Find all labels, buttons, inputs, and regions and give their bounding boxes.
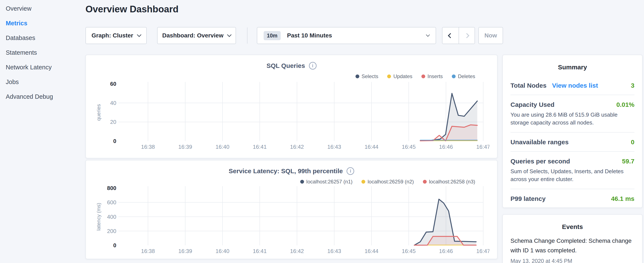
summary-row-total-nodes: Total Nodes View nodes list 3 [510,82,634,89]
legend-dot [387,75,391,78]
svg-text:queries: queries [96,104,102,121]
view-nodes-list-link[interactable]: View nodes list [552,82,598,89]
svg-text:16:44: 16:44 [365,248,378,254]
graph-selector-dropdown[interactable]: Graph: Cluster [86,27,147,44]
service-latency-chart-card: Service Latency: SQL, 99th percentile lo… [86,160,498,259]
svg-text:16:39: 16:39 [178,248,192,254]
p99-latency-value: 46.1 ms [611,195,634,202]
toolbar-divider [247,28,248,44]
chart-legend: SelectsUpdatesInsertsDeletes [356,73,476,79]
svg-text:latency (ms): latency (ms) [96,203,102,231]
svg-text:16:46: 16:46 [439,248,453,254]
events-title: Events [503,223,642,230]
time-range-dropdown[interactable]: 10m Past 10 Minutes [257,27,436,44]
event-message: Schema Change Completed: Schema change w… [510,236,634,255]
time-range-badge: 10m [264,31,281,40]
info-icon[interactable] [309,62,316,70]
sidebar-item-statements[interactable]: Statements [6,45,78,60]
svg-text:16:45: 16:45 [402,144,416,150]
svg-text:16:46: 16:46 [439,144,453,150]
svg-text:16:44: 16:44 [365,144,378,150]
svg-text:200: 200 [107,228,116,234]
legend-item[interactable]: Selects [356,73,378,79]
svg-text:16:38: 16:38 [141,248,155,254]
sidebar-item-metrics[interactable]: Metrics [6,16,78,31]
divider [510,151,634,152]
summary-panel: Summary Total Nodes View nodes list 3 Ca… [502,55,642,208]
chart-plot-area[interactable]: 020040060080016:3816:3916:4016:4116:4216… [94,184,490,255]
info-icon[interactable] [346,167,354,175]
svg-text:16:41: 16:41 [253,248,266,254]
divider [510,132,634,133]
summary-row-queries-per-second: Queries per second 59.7 Sum of Selects, … [510,158,634,183]
divider [510,95,634,95]
chevron-down-icon [426,33,430,37]
svg-text:16:43: 16:43 [327,144,341,150]
summary-row-unavailable-ranges: Unavailable ranges 0 [510,139,634,146]
events-panel: Events Schema Change Completed: Schema c… [502,214,642,263]
chevron-down-icon [137,32,141,37]
sidebar-item-databases[interactable]: Databases [6,31,78,45]
chart-plot-area[interactable]: 020406016:3816:3916:4016:4116:4216:4316:… [94,80,490,150]
svg-text:16:45: 16:45 [402,248,416,254]
svg-text:16:47: 16:47 [476,248,490,254]
chevron-right-icon [464,33,469,38]
svg-text:16:39: 16:39 [178,144,192,150]
legend-dot [452,75,456,78]
summary-row-p99-latency: P99 latency 46.1 ms [510,195,634,202]
svg-text:16:42: 16:42 [290,144,304,150]
time-step-forward-button[interactable] [458,28,475,44]
svg-text:16:42: 16:42 [290,248,304,254]
summary-row-capacity-used: Capacity Used 0.01% You are using 28.6 M… [510,101,634,127]
svg-text:800: 800 [107,185,116,191]
event-timestamp: May 13, 2020 at 4:45 PM [510,258,634,263]
now-button[interactable]: Now [478,27,503,44]
svg-text:16:40: 16:40 [216,248,230,254]
svg-text:16:47: 16:47 [476,144,490,150]
chart-title: SQL Queries [266,62,305,69]
page-title: Overview Dashboard [86,4,178,15]
dashboard-selector-dropdown[interactable]: Dashboard: Overview [157,27,236,44]
svg-text:60: 60 [110,81,116,87]
svg-text:16:41: 16:41 [253,144,266,150]
sidebar-item-network-latency[interactable]: Network Latency [6,60,78,75]
chart-legend: localhost:26257 (n1)localhost:26259 (n2)… [300,179,475,185]
time-step-back-button[interactable] [442,28,458,44]
summary-title: Summary [503,64,642,71]
svg-text:20: 20 [110,119,116,125]
svg-text:16:43: 16:43 [327,248,341,254]
svg-text:16:38: 16:38 [141,144,155,150]
svg-text:16:40: 16:40 [216,144,230,150]
svg-text:0: 0 [113,138,116,144]
legend-dot [356,75,359,78]
legend-item[interactable]: localhost:26259 (n2) [362,179,414,185]
sql-queries-chart-card: SQL Queries SelectsUpdatesInsertsDeletes… [86,55,498,158]
legend-dot [423,180,427,184]
legend-item[interactable]: Updates [387,73,412,79]
sidebar-item-advanced-debug[interactable]: Advanced Debug [6,89,78,104]
queries-per-second-value: 59.7 [622,158,634,165]
chevron-left-icon [448,33,453,38]
capacity-used-value: 0.01% [616,101,634,108]
svg-text:400: 400 [107,214,116,220]
legend-item[interactable]: Inserts [422,73,443,79]
chart-title: Service Latency: SQL, 99th percentile [229,167,343,175]
sidebar-item-jobs[interactable]: Jobs [6,75,78,89]
chevron-down-icon [227,32,232,37]
svg-text:0: 0 [113,242,116,248]
divider [510,189,634,189]
legend-dot [300,180,304,184]
legend-item[interactable]: localhost:26258 (n3) [423,179,475,185]
legend-item[interactable]: Deletes [452,73,475,79]
sidebar-item-overview[interactable]: Overview [6,1,78,16]
legend-dot [362,180,365,184]
legend-dot [422,75,425,78]
unavailable-ranges-value: 0 [631,139,634,146]
legend-item[interactable]: localhost:26257 (n1) [300,179,352,185]
total-nodes-value: 3 [631,82,634,89]
sidebar: Overview Metrics Databases Statements Ne… [6,1,78,104]
time-step-buttons [442,27,475,44]
svg-text:600: 600 [107,199,116,205]
svg-text:40: 40 [110,100,116,106]
